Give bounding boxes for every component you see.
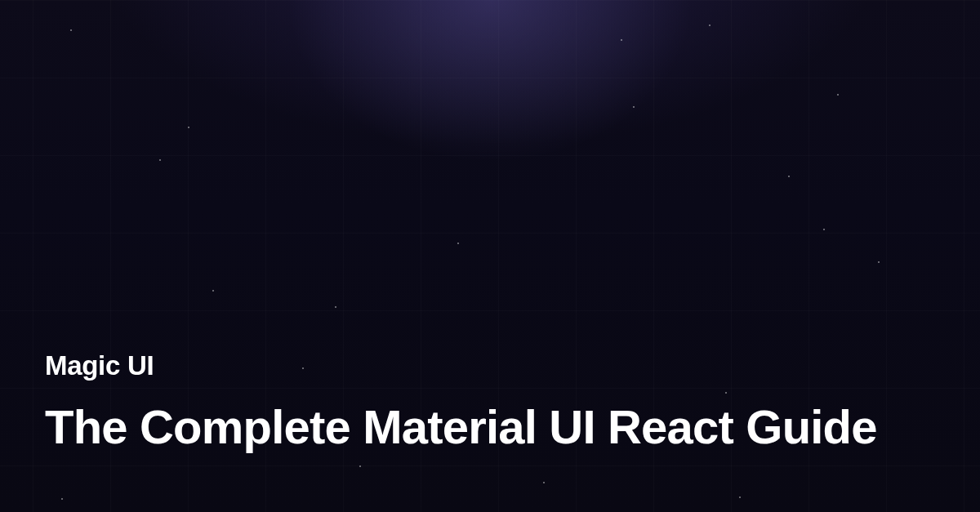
brand-label: Magic UI	[45, 350, 935, 381]
background-glow	[286, 0, 694, 163]
hero-content: Magic UI The Complete Material UI React …	[45, 350, 935, 455]
page-title: The Complete Material UI React Guide	[45, 399, 935, 455]
